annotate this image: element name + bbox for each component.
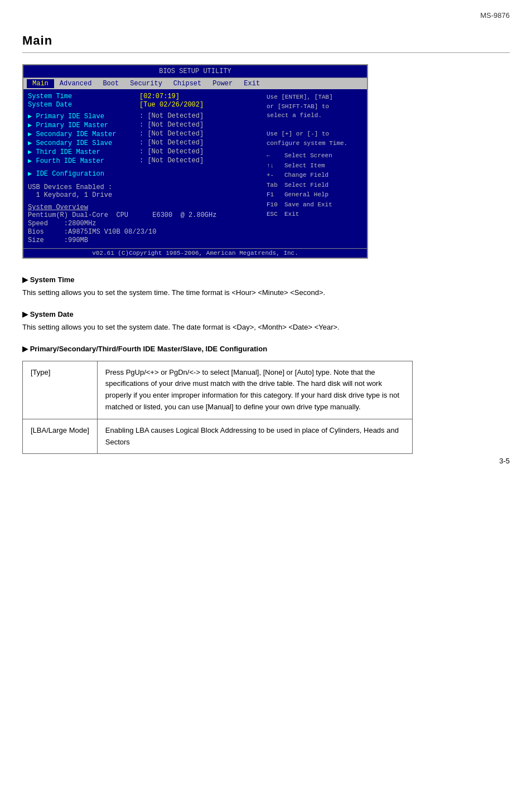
- bios-key-esc-desc: Exit: [284, 210, 299, 219]
- bios-system-time-value: [02:07:19]: [139, 93, 180, 100]
- bios-key-select-screen-desc: Select Screen: [284, 151, 332, 161]
- bios-key-select-field: Tab Select Field: [267, 181, 362, 190]
- bios-key-f1: F1 General Help: [267, 190, 362, 200]
- page-title: Main: [22, 33, 510, 48]
- bios-system-date-row: System Date [Tue 02/26/2002]: [28, 101, 260, 109]
- bios-menu-security[interactable]: Security: [124, 79, 168, 88]
- bios-ide-third-master: ▶ Third IDE Master : [Not Detected]: [28, 148, 260, 156]
- bios-sysov-cpu: Pentium(R) Dual-Core CPU E6300 @ 2.80GHz: [28, 211, 260, 219]
- bios-sysov-section: System Overview Pentium(R) Dual-Core CPU…: [28, 204, 260, 244]
- bios-screenshot: BIOS SETUP UTILITY Main Advanced Boot Se…: [22, 64, 368, 259]
- table-cell-type-desc: Press PgUp/<+> or PgDn/<-> to select [Ma…: [97, 361, 412, 419]
- bios-title: BIOS SETUP UTILITY: [23, 65, 367, 78]
- bios-menu-power[interactable]: Power: [207, 79, 238, 88]
- bios-key-select-item: ↑↓ Select Item: [267, 161, 362, 171]
- bios-key-change-field-desc: Change Field: [284, 171, 328, 180]
- bios-ide-secondary-master: ▶ Secondary IDE Master : [Not Detected]: [28, 130, 260, 138]
- bios-key-select-field-desc: Select Field: [284, 181, 328, 190]
- bios-menu-main[interactable]: Main: [27, 79, 54, 88]
- bios-primary-slave-value: : [Not Detected]: [139, 112, 204, 120]
- bios-fourth-master-value: : [Not Detected]: [139, 157, 204, 165]
- bios-primary-master-label: ▶ Primary IDE Master: [28, 121, 139, 129]
- bios-key-tab: Tab: [267, 181, 282, 190]
- bios-key-f1-desc: General Help: [284, 190, 328, 200]
- bios-key-plusminus: +-: [267, 171, 282, 180]
- bios-key-arrow: ←: [267, 151, 282, 161]
- bios-key-bindings: ← Select Screen ↑↓ Select Item +- Change…: [267, 151, 362, 219]
- bios-key-select-screen: ← Select Screen: [267, 151, 362, 161]
- bios-ide-fourth-master: ▶ Fourth IDE Master : [Not Detected]: [28, 157, 260, 165]
- bios-ide-config-label: ▶ IDE Configuration: [28, 170, 104, 178]
- title-divider: [22, 52, 510, 53]
- table-cell-type-field: [Type]: [23, 361, 98, 419]
- bios-content: System Time [02:07:19] System Date [Tue …: [23, 89, 367, 248]
- bios-key-f1-label: F1: [267, 190, 282, 200]
- bios-usb-label: USB Devices Enabled :: [28, 183, 260, 191]
- bios-fourth-master-label: ▶ Fourth IDE Master: [28, 157, 139, 165]
- bios-menu-exit[interactable]: Exit: [238, 79, 265, 88]
- bios-menu-advanced[interactable]: Advanced: [54, 79, 98, 88]
- bios-secondary-master-label: ▶ Secondary IDE Master: [28, 130, 139, 138]
- bios-usb-section: USB Devices Enabled : 1 Keyboard, 1 Driv…: [28, 183, 260, 199]
- table-row-type: [Type] Press PgUp/<+> or PgDn/<-> to sel…: [23, 361, 413, 419]
- bios-system-date-value: [Tue 02/26/2002]: [139, 101, 204, 109]
- page-container: MS-9876 Main BIOS SETUP UTILITY Main Adv…: [0, 0, 532, 476]
- bios-secondary-slave-label: ▶ Secondary IDE Slave: [28, 139, 139, 147]
- bios-key-f10: F10 Save and Exit: [267, 200, 362, 210]
- bios-secondary-master-value: : [Not Detected]: [139, 130, 204, 138]
- bios-help-text: Use [ENTER], [TAB] or [SHIFT-TAB] to sel…: [267, 93, 362, 148]
- page-number: 3-5: [499, 457, 510, 465]
- bios-key-change-field: +- Change Field: [267, 171, 362, 180]
- table-cell-lba-desc: Enabling LBA causes Logical Block Addres…: [97, 419, 412, 454]
- bios-sysov-bios: Bios :A9875IMS V10B 08/23/10: [28, 228, 260, 236]
- bios-right-panel: Use [ENTER], [TAB] or [SHIFT-TAB] to sel…: [264, 93, 365, 245]
- ide-config-table: [Type] Press PgUp/<+> or PgDn/<-> to sel…: [22, 361, 413, 454]
- section-ide-heading: Primary/Secondary/Third/Fourth IDE Maste…: [22, 345, 510, 353]
- bios-usb-value: 1 Keyboard, 1 Drive: [28, 191, 260, 199]
- bios-menu-chipset[interactable]: Chipset: [168, 79, 207, 88]
- bios-third-master-value: : [Not Detected]: [139, 148, 204, 156]
- bios-sysov-speed: Speed :2800MHz: [28, 220, 260, 228]
- bios-system-time-label: System Time: [28, 93, 139, 100]
- bios-primary-slave-label: ▶ Primary IDE Slave: [28, 112, 139, 120]
- section-system-date-text: This setting allows you to set the syste…: [22, 322, 510, 333]
- bios-key-select-item-desc: Select Item: [284, 161, 325, 171]
- bios-ide-primary-slave: ▶ Primary IDE Slave : [Not Detected]: [28, 112, 260, 120]
- bios-ide-secondary-slave: ▶ Secondary IDE Slave : [Not Detected]: [28, 139, 260, 147]
- bios-secondary-slave-value: : [Not Detected]: [139, 139, 204, 147]
- bios-sysov-size: Size :990MB: [28, 236, 260, 244]
- bios-footer: v02.61 (C)Copyright 1985-2006, American …: [23, 248, 367, 258]
- section-system-date-heading: System Date: [22, 310, 510, 318]
- bios-left-panel: System Time [02:07:19] System Date [Tue …: [26, 93, 262, 245]
- bios-ide-section: ▶ Primary IDE Slave : [Not Detected] ▶ P…: [28, 112, 260, 165]
- bios-key-f10-desc: Save and Exit: [284, 200, 332, 210]
- bios-key-f10-label: F10: [267, 200, 282, 210]
- bios-third-master-label: ▶ Third IDE Master: [28, 148, 139, 156]
- section-system-time-text: This setting allows you to set the syste…: [22, 287, 510, 299]
- model-number: MS-9876: [480, 11, 510, 20]
- bios-menu-boot[interactable]: Boot: [97, 79, 124, 88]
- table-cell-lba-field: [LBA/Large Mode]: [23, 419, 98, 454]
- bios-sysov-title: System Overview: [28, 204, 260, 211]
- bios-key-updown: ↑↓: [267, 161, 282, 171]
- bios-ide-config-row: ▶ IDE Configuration: [28, 170, 260, 178]
- table-row-lba: [LBA/Large Mode] Enabling LBA causes Log…: [23, 419, 413, 454]
- section-system-time-heading: System Time: [22, 275, 510, 284]
- bios-key-esc-label: ESC: [267, 210, 282, 219]
- bios-menubar: Main Advanced Boot Security Chipset Powe…: [23, 78, 367, 89]
- bios-primary-master-value: : [Not Detected]: [139, 121, 204, 129]
- bios-ide-primary-master: ▶ Primary IDE Master : [Not Detected]: [28, 121, 260, 129]
- bios-key-esc: ESC Exit: [267, 210, 362, 219]
- bios-system-time-row: System Time [02:07:19]: [28, 93, 260, 100]
- bios-system-date-label: System Date: [28, 101, 139, 109]
